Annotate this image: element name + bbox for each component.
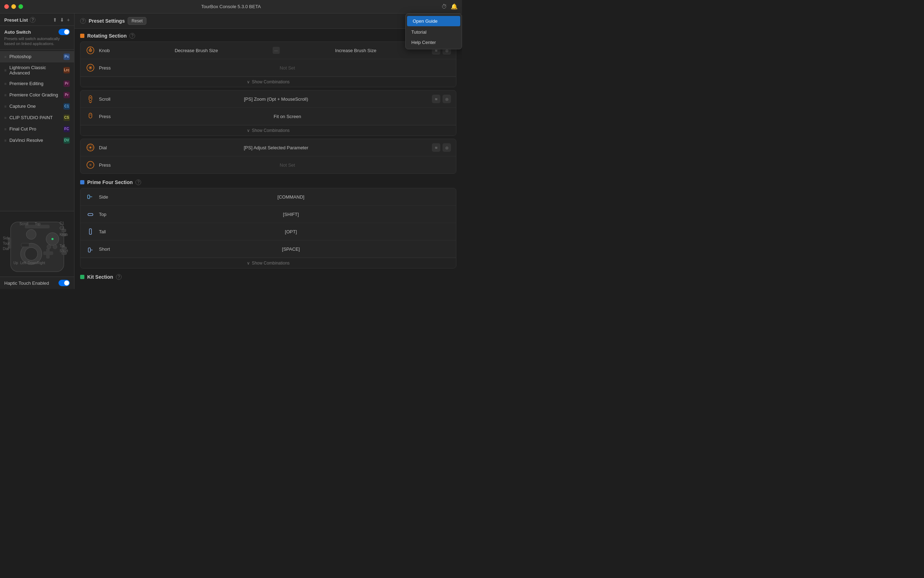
- preset-name: Premiere Editing: [9, 81, 43, 86]
- preset-list-help-icon[interactable]: ?: [30, 17, 36, 23]
- label-c2: C2: [60, 226, 64, 230]
- label-c1: C1: [60, 221, 64, 225]
- main-content: ? Preset Settings Reset ? HUD Rotating S…: [75, 13, 462, 289]
- kit-section-title: Kit Section: [87, 274, 113, 280]
- knob-press-name: Press: [99, 65, 120, 71]
- kit-section-block: Kit Section ?: [80, 274, 456, 280]
- export-icon[interactable]: ⬆: [53, 17, 57, 23]
- preset-settings-header: ? Preset Settings Reset ? HUD: [75, 13, 462, 29]
- side-row: Side [COMMAND]: [81, 188, 456, 206]
- short-action: [SPACE]: [131, 247, 451, 252]
- preset-item-photoshop[interactable]: ≡ Photoshop Ps: [0, 51, 74, 62]
- maximize-button[interactable]: [18, 4, 23, 9]
- preset-settings-help-icon[interactable]: ?: [80, 18, 86, 24]
- knob-show-combinations[interactable]: ∨ Show Combinations: [81, 76, 456, 87]
- preset-badge-dv: DV: [63, 137, 70, 144]
- label-dial: Dial: [3, 247, 9, 251]
- scroll-show-combinations[interactable]: ∨ Show Combinations: [81, 125, 456, 135]
- rotating-section-indicator: [80, 34, 84, 38]
- dial-row: Dial [PS] Adjust Selected Parameter ≋ ◎: [81, 139, 456, 156]
- show-combinations-label: Show Combinations: [252, 261, 290, 266]
- chevron-down-icon: ∨: [247, 128, 250, 133]
- svg-point-10: [53, 245, 57, 249]
- dial-tools: ≋ ◎: [432, 143, 451, 152]
- preset-item-capture-one[interactable]: ≡ Capture One C1: [0, 101, 74, 112]
- rotating-section-help[interactable]: ?: [130, 33, 135, 39]
- preset-name: DaVinci Resolve: [9, 138, 43, 143]
- device-diagram-section: Scroll Top C1 C2 Side Knob Tour Tall Dia…: [0, 211, 74, 277]
- svg-rect-31: [88, 195, 90, 198]
- haptic-toggle[interactable]: [58, 280, 70, 286]
- auto-switch-label: Auto Switch: [4, 29, 31, 35]
- knob-card: Knob Decrease Brush Size — Increase Brus…: [80, 42, 456, 87]
- preset-item-premiere-color[interactable]: ≡ Premiere Color Grading Pr: [0, 89, 74, 101]
- side-name: Side: [99, 194, 127, 200]
- reset-button[interactable]: Reset: [128, 17, 146, 25]
- scroll-press-icon: [86, 111, 96, 121]
- chevron-down-icon: ∨: [247, 261, 250, 266]
- dial-press-icon: [86, 160, 96, 170]
- preset-item-final-cut[interactable]: ≡ Final Cut Pro FC: [0, 123, 74, 135]
- svg-point-25: [90, 114, 91, 115]
- preset-item-premiere-editing[interactable]: ≡ Premiere Editing Pr: [0, 78, 74, 89]
- show-combinations-label: Show Combinations: [252, 128, 290, 133]
- window-controls: [4, 4, 23, 9]
- preset-badge-pr: Pr: [63, 81, 70, 87]
- label-left: Left: [20, 261, 26, 265]
- svg-rect-8: [43, 252, 53, 255]
- preset-list-title-area: Preset List ?: [4, 17, 36, 23]
- dropdown-menu: Open Guide Tutorial Help Center: [405, 13, 462, 49]
- knob-action-left: Decrease Brush Size: [124, 48, 269, 53]
- preset-name: CLIP STUDIO PAINT: [9, 115, 52, 120]
- preset-item-davinci[interactable]: ≡ DaVinci Resolve DV: [0, 135, 74, 146]
- prime-show-combinations[interactable]: ∨ Show Combinations: [81, 258, 456, 268]
- svg-point-30: [89, 164, 91, 166]
- drag-handle-icon: ≡: [4, 104, 6, 109]
- drag-handle-icon: ≡: [4, 81, 6, 86]
- add-preset-icon[interactable]: +: [67, 17, 70, 23]
- auto-switch-toggle[interactable]: [58, 29, 70, 35]
- import-icon[interactable]: ⬇: [60, 17, 64, 23]
- close-button[interactable]: [4, 4, 9, 9]
- scroll-tool-circle[interactable]: ◎: [443, 95, 451, 103]
- menu-open-guide[interactable]: Open Guide: [407, 16, 460, 26]
- scroll-tool-wave[interactable]: ≋: [432, 95, 440, 103]
- kit-section-indicator: [80, 275, 84, 279]
- minimize-button[interactable]: [11, 4, 16, 9]
- scroll-press-action: Fit on Screen: [124, 114, 451, 119]
- bell-icon[interactable]: 🔔: [451, 3, 458, 10]
- scroll-press-row: Press Fit on Screen: [81, 108, 456, 125]
- kit-section-help[interactable]: ?: [116, 274, 122, 280]
- preset-item-lightroom[interactable]: ≡ Lightroom Classic Advanced Lrc: [0, 62, 74, 78]
- show-combinations-label: Show Combinations: [252, 80, 290, 84]
- dial-tool-circle[interactable]: ◎: [443, 143, 451, 152]
- preset-item-clip-studio[interactable]: ≡ CLIP STUDIO PAINT CS: [0, 112, 74, 123]
- prime-four-help[interactable]: ?: [135, 179, 141, 185]
- tall-icon: [86, 227, 96, 237]
- short-row: Short [SPACE]: [81, 240, 456, 258]
- dial-action: [PS] Adjust Selected Parameter: [124, 145, 428, 150]
- sections-scroll: Rotating Section ? Knob: [75, 29, 462, 289]
- auto-switch-desc: Presets will switch automatically based …: [4, 36, 70, 47]
- dial-press-action: Not Set: [124, 162, 451, 168]
- svg-point-28: [89, 146, 91, 149]
- timer-icon[interactable]: ⏱: [441, 3, 447, 10]
- svg-point-3: [26, 229, 36, 239]
- auto-switch-row: Auto Switch Presets will switch automati…: [0, 26, 74, 50]
- scroll-card: Scroll [PS] Zoom (Opt + MouseScroll) ≋ ◎: [80, 90, 456, 136]
- menu-tutorial[interactable]: Tutorial: [405, 27, 462, 37]
- dial-tool-wave[interactable]: ≋: [432, 143, 440, 152]
- svg-point-21: [90, 67, 91, 68]
- svg-point-18: [89, 49, 92, 52]
- menu-help-center[interactable]: Help Center: [405, 37, 462, 47]
- titlebar: TourBox Console 5.3.0 BETA ⏱ 🔔: [0, 0, 462, 13]
- svg-rect-34: [89, 229, 91, 234]
- app-title: TourBox Console 5.3.0 BETA: [201, 4, 261, 9]
- knob-name: Knob: [99, 48, 120, 53]
- preset-badge-co: C1: [63, 103, 70, 110]
- drag-handle-icon: ≡: [4, 115, 6, 120]
- prime-four-title: Prime Four Section: [87, 179, 133, 185]
- chevron-down-icon: ∨: [247, 80, 250, 84]
- drag-handle-icon: ≡: [4, 127, 6, 131]
- drag-handle-icon: ≡: [4, 138, 6, 143]
